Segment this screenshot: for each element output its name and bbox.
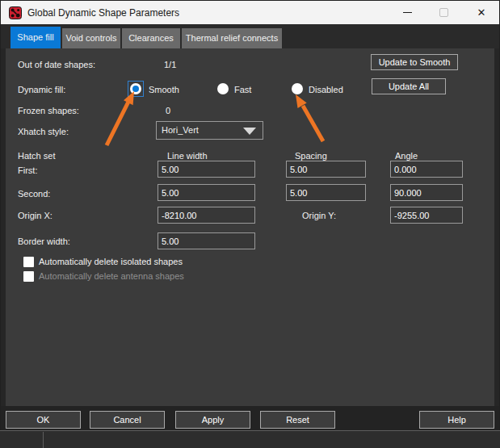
update-to-smooth-button[interactable]: Update to Smooth	[371, 54, 458, 70]
window-right-border	[494, 48, 499, 406]
delete-antenna-shapes-label: Automatically delete antenna shapes	[39, 270, 184, 282]
tab-clearances[interactable]: Clearances	[122, 28, 180, 48]
dialog-body	[1, 48, 499, 406]
global-dynamic-shape-parameters-dialog: Global Dynamic Shape Parameters ✕ Shape …	[0, 0, 500, 448]
origin-y-label: Origin Y:	[302, 210, 336, 221]
border-width-input[interactable]	[158, 232, 255, 249]
second-line-width-input[interactable]	[158, 184, 255, 201]
help-button[interactable]: Help	[419, 411, 494, 429]
dropdown-arrow-icon	[243, 128, 256, 135]
minimize-button[interactable]	[389, 1, 426, 24]
tab-thermal-relief-connects[interactable]: Thermal relief connects	[182, 28, 282, 48]
title-bar: Global Dynamic Shape Parameters ✕	[1, 1, 499, 24]
disabled-radio-label: Disabled	[309, 84, 343, 95]
minimize-icon	[403, 12, 412, 13]
origin-x-input[interactable]	[158, 207, 255, 224]
tab-strip: Shape fill Void controls Clearances Ther…	[1, 24, 499, 48]
xhatch-style-label: Xhatch style:	[18, 126, 69, 137]
fast-radio[interactable]	[217, 83, 229, 94]
hatch-set-label: Hatch set	[18, 150, 55, 161]
background-app-divider	[43, 432, 44, 448]
first-row-label: First:	[18, 165, 37, 176]
first-spacing-input[interactable]	[286, 161, 366, 178]
out-of-date-shapes-label: Out of date shapes:	[18, 59, 95, 70]
disabled-radio[interactable]	[292, 83, 303, 94]
update-all-button[interactable]: Update All	[372, 78, 446, 94]
apply-button[interactable]: Apply	[175, 411, 250, 429]
delete-antenna-shapes-checkbox	[23, 271, 34, 282]
window-left-border	[1, 48, 6, 406]
angle-header: Angle	[395, 150, 418, 161]
second-angle-input[interactable]	[390, 184, 463, 201]
xhatch-style-value: Hori_Vert	[162, 125, 199, 135]
out-of-date-shapes-value: 1/1	[164, 59, 176, 70]
delete-isolated-shapes-checkbox[interactable]	[23, 257, 34, 267]
smooth-radio-label: Smooth	[149, 84, 179, 95]
border-width-label: Border width:	[18, 236, 70, 247]
dynamic-fill-label: Dynamic fill:	[18, 84, 65, 95]
tab-void-controls[interactable]: Void controls	[62, 28, 120, 48]
tab-shape-fill[interactable]: Shape fill	[11, 27, 61, 48]
delete-isolated-shapes-label: Automatically delete isolated shapes	[39, 256, 183, 267]
frozen-shapes-value: 0	[166, 105, 170, 116]
close-icon: ✕	[477, 1, 486, 24]
origin-x-label: Origin X:	[18, 210, 53, 221]
second-row-label: Second:	[18, 188, 50, 199]
origin-y-input[interactable]	[390, 207, 463, 224]
close-button[interactable]: ✕	[463, 1, 500, 24]
maximize-button[interactable]	[426, 1, 462, 24]
maximize-icon	[439, 8, 448, 17]
smooth-radio-selected-dot	[132, 86, 139, 92]
first-angle-input[interactable]	[390, 161, 463, 178]
ok-button[interactable]: OK	[6, 411, 81, 429]
fast-radio-label: Fast	[234, 84, 251, 95]
smooth-radio[interactable]	[130, 83, 141, 94]
spacing-header: Spacing	[295, 150, 327, 161]
reset-button[interactable]: Reset	[260, 411, 335, 429]
window-title: Global Dynamic Shape Parameters	[27, 7, 179, 19]
xhatch-style-dropdown[interactable]: Hori_Vert	[156, 121, 263, 140]
first-line-width-input[interactable]	[158, 161, 255, 178]
cancel-button[interactable]: Cancel	[90, 411, 165, 429]
background-app-strip	[0, 430, 500, 448]
app-icon	[9, 6, 22, 19]
line-width-header: Line width	[167, 150, 208, 161]
frozen-shapes-label: Frozen shapes:	[18, 105, 79, 116]
second-spacing-input[interactable]	[286, 184, 366, 201]
